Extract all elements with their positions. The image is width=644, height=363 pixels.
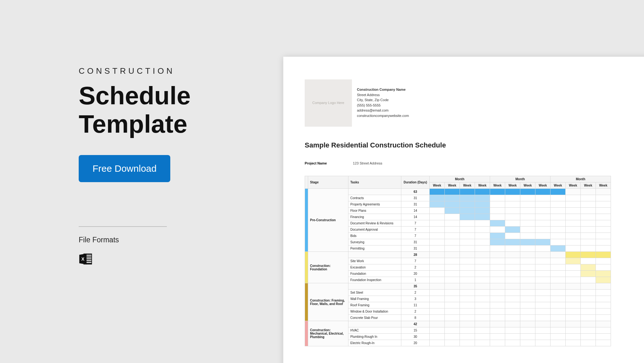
gantt-cell [566, 283, 581, 290]
gantt-cell [566, 258, 581, 264]
header-week: Week [581, 182, 596, 189]
gantt-cell [535, 283, 551, 290]
task-row: Foundation Inspection1 [305, 277, 611, 283]
header-week: Week [551, 182, 566, 189]
gantt-cell [596, 264, 611, 271]
gantt-cell [566, 327, 581, 334]
task-duration: 7 [401, 258, 430, 264]
gantt-cell [490, 271, 505, 277]
gantt-cell [551, 214, 566, 220]
gantt-cell [505, 277, 520, 283]
gantt-cell [475, 277, 490, 283]
header-month: Month [490, 176, 551, 182]
gantt-cell [475, 308, 490, 315]
gantt-cell [566, 252, 581, 258]
gantt-cell [445, 227, 460, 233]
gantt-cell [535, 327, 551, 334]
file-formats-label: File Formats [79, 236, 236, 244]
header-week: Week [460, 182, 475, 189]
company-street: Street Address [357, 92, 409, 98]
gantt-cell [551, 283, 566, 290]
task-duration: 7 [401, 220, 430, 227]
gantt-cell [596, 245, 611, 252]
download-button[interactable]: Free Download [79, 155, 170, 182]
gantt-cell [475, 208, 490, 214]
task-name: Window & Door Installation [348, 308, 401, 315]
gantt-cell [490, 277, 505, 283]
header-week: Week [475, 182, 490, 189]
gantt-cell [581, 308, 596, 315]
header-duration: Duration (Days) [401, 176, 430, 189]
gantt-cell [490, 315, 505, 321]
gantt-cell [551, 245, 566, 252]
gantt-cell [505, 290, 520, 296]
task-duration: 1 [401, 277, 430, 283]
gantt-cell [460, 195, 475, 201]
company-phone: (555) 555-5555 [357, 103, 409, 108]
gantt-cell [596, 227, 611, 233]
task-duration: 8 [401, 315, 430, 321]
gantt-cell [460, 245, 475, 252]
gantt-cell [596, 239, 611, 245]
gantt-cell [460, 214, 475, 220]
gantt-cell [475, 296, 490, 302]
stage-color-bar [305, 252, 308, 283]
task-name: Plumbing-Rough In [348, 334, 401, 340]
gantt-cell [520, 220, 535, 227]
gantt-cell [566, 201, 581, 208]
gantt-cell [520, 321, 535, 327]
gantt-cell [520, 201, 535, 208]
stage-row: Construction: Framing, Floor, Walls, and… [305, 283, 611, 290]
gantt-cell [445, 264, 460, 271]
task-row: Wall Framing3 [305, 296, 611, 302]
gantt-cell [430, 277, 445, 283]
gantt-cell [460, 239, 475, 245]
gantt-cell [535, 258, 551, 264]
gantt-cell [596, 258, 611, 264]
task-name: Excavation [348, 264, 401, 271]
gantt-cell [445, 308, 460, 315]
task-name: Electric Rough-In [348, 340, 401, 346]
gantt-cell [551, 201, 566, 208]
task-duration: 30 [401, 334, 430, 340]
task-row: Electric Rough-In20 [305, 340, 611, 346]
gantt-cell [460, 233, 475, 239]
task-row: Bids7 [305, 233, 611, 239]
gantt-cell [520, 258, 535, 264]
gantt-cell [596, 290, 611, 296]
title-line-2: Template [79, 110, 187, 138]
gantt-cell [566, 208, 581, 214]
gantt-cell [475, 227, 490, 233]
gantt-cell [505, 302, 520, 308]
task-row: Set Steel2 [305, 290, 611, 296]
gantt-cell [490, 201, 505, 208]
gantt-cell [445, 283, 460, 290]
gantt-cell [520, 195, 535, 201]
gantt-cell [460, 340, 475, 346]
gantt-cell [430, 271, 445, 277]
gantt-cell [535, 245, 551, 252]
task-name: Floor Plans [348, 208, 401, 214]
gantt-cell [490, 290, 505, 296]
task-duration: 31 [401, 245, 430, 252]
header-week: Week [566, 182, 581, 189]
gantt-cell [430, 327, 445, 334]
gantt-cell [581, 264, 596, 271]
gantt-cell [596, 195, 611, 201]
gantt-cell [445, 340, 460, 346]
gantt-cell [490, 227, 505, 233]
header-week: Week [505, 182, 520, 189]
gantt-cell [505, 258, 520, 264]
gantt-cell [596, 296, 611, 302]
gantt-cell [430, 315, 445, 321]
gantt-cell [445, 334, 460, 340]
gantt-cell [475, 283, 490, 290]
gantt-cell [505, 327, 520, 334]
gantt-cell [535, 214, 551, 220]
company-csz: City, State, Zip Code [357, 97, 409, 103]
task-name: Permitting [348, 245, 401, 252]
gantt-cell [551, 308, 566, 315]
gantt-cell [505, 264, 520, 271]
gantt-cell [475, 245, 490, 252]
stage-row: Pre-Construction63 [305, 189, 611, 195]
